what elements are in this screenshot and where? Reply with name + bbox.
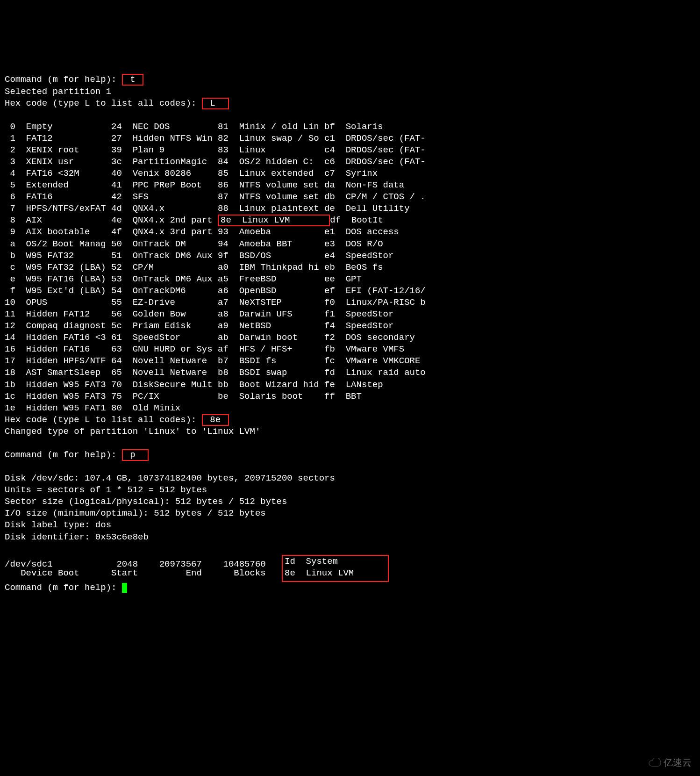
terminal[interactable]: Command (m for help): t Selected partiti… [0, 58, 700, 621]
changed-message: Changed type of partition 'Linux' to 'Li… [5, 426, 260, 437]
prompt-hex-2: Hex code (type L to list all codes): [5, 415, 202, 425]
prompt-command: Command (m for help): [5, 74, 122, 85]
partition-type-list: 0 Empty 24 NEC DOS 81 Minix / old Lin bf… [5, 121, 697, 414]
user-input-t[interactable]: t [122, 74, 143, 86]
prompt-hex: Hex code (type L to list all codes): [5, 98, 202, 108]
user-input-8e[interactable]: 8e [202, 414, 229, 426]
cursor-block [122, 583, 127, 593]
code-8e-linux-lvm: 8e Linux LVM [218, 215, 330, 226]
prompt-command-2: Command (m for help): [5, 450, 122, 460]
selected-partition: Selected partition 1 [5, 86, 111, 97]
partition-row: /dev/sdc1 2048 20973567 10485760 [5, 559, 697, 570]
user-input-L[interactable]: L [202, 98, 229, 109]
disk-info: Disk /dev/sdc: 107.4 GB, 107374182400 by… [5, 473, 697, 543]
user-input-p[interactable]: p [122, 449, 149, 461]
prompt-command-3: Command (m for help): [5, 582, 122, 593]
